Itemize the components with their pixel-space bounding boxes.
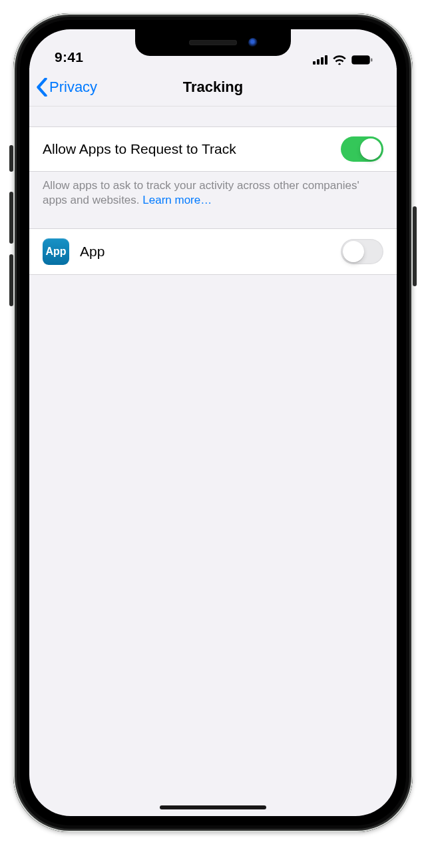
app-row: App App <box>29 228 397 275</box>
svg-rect-5 <box>353 57 369 63</box>
back-label: Privacy <box>49 79 97 96</box>
iphone-device-frame: 9:41 <box>13 13 413 832</box>
chevron-left-icon <box>36 78 48 97</box>
app-icon-label: App <box>45 246 66 258</box>
svg-rect-2 <box>321 57 323 65</box>
app-tracking-toggle[interactable] <box>341 239 383 264</box>
wifi-icon <box>332 55 347 65</box>
hw-mute-switch <box>9 145 13 172</box>
svg-rect-1 <box>317 59 320 65</box>
allow-request-to-track-label: Allow Apps to Request to Track <box>43 141 331 157</box>
home-indicator[interactable] <box>160 805 266 809</box>
back-button[interactable]: Privacy <box>36 78 97 97</box>
svg-rect-6 <box>371 59 373 62</box>
status-icons <box>313 55 373 65</box>
svg-rect-0 <box>313 61 316 65</box>
front-camera-icon <box>248 38 258 47</box>
allow-request-to-track-row: Allow Apps to Request to Track <box>29 126 397 172</box>
navbar: Privacy Tracking <box>29 68 397 107</box>
battery-icon <box>351 55 373 65</box>
app-name: App <box>80 244 331 260</box>
hw-power-button <box>413 206 417 286</box>
cellular-icon <box>313 55 327 65</box>
speaker-grill <box>189 40 237 45</box>
hw-volume-down <box>9 254 13 306</box>
status-time: 9:41 <box>55 49 83 65</box>
hw-volume-up <box>9 192 13 244</box>
allow-request-to-track-toggle[interactable] <box>341 136 383 162</box>
svg-rect-3 <box>325 55 327 65</box>
app-icon: App <box>43 238 69 265</box>
learn-more-link[interactable]: Learn more… <box>142 194 212 206</box>
content: Allow Apps to Request to Track Allow app… <box>29 107 397 275</box>
notch <box>135 29 291 56</box>
screen: 9:41 <box>29 29 397 816</box>
section-footer: Allow apps to ask to track your activity… <box>29 172 397 208</box>
